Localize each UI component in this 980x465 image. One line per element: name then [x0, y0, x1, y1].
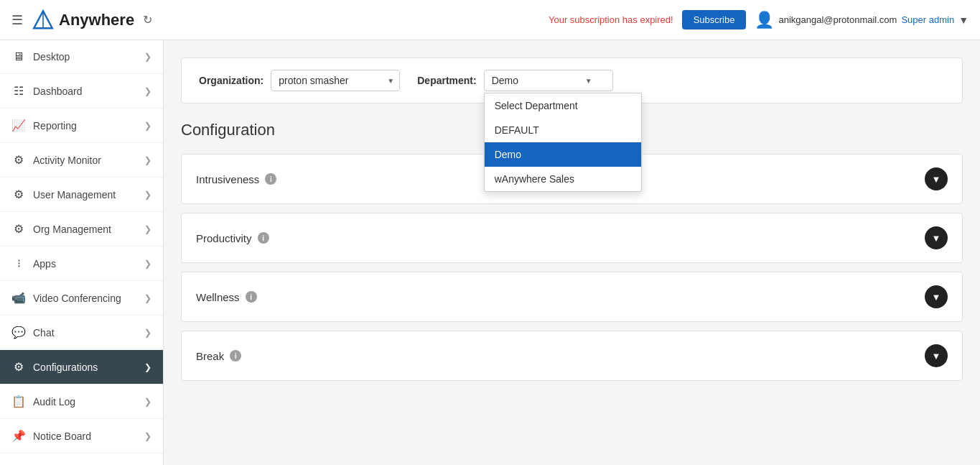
sidebar-label-dashboard: Dashboard [33, 86, 83, 97]
sidebar-label-configurations: Configurations [33, 362, 98, 373]
logo: Anywhere [32, 9, 134, 32]
sidebar-label-chat: Chat [33, 327, 55, 339]
sidebar-label-user-management: User Management [33, 189, 116, 201]
activity-monitor-icon: ⚙ [11, 153, 26, 167]
org-management-icon: ⚙ [11, 222, 26, 236]
sidebar-label-video-conferencing: Video Conferencing [33, 293, 121, 304]
config-card-break[interactable]: Break i ▼ [181, 331, 963, 381]
department-selected-value: Demo [492, 75, 518, 86]
header-right: Your subscription has expired! Subscribe… [549, 10, 969, 29]
sidebar-label-notice-board: Notice Board [33, 431, 91, 442]
account-icon: 👤 [755, 11, 774, 29]
apps-icon: ⁝ [11, 257, 26, 270]
app-name: Anywhere [59, 11, 134, 29]
productivity-label: Productivity [196, 232, 252, 244]
intrusiveness-label: Intrusiveness [196, 173, 259, 185]
subscription-expired-text: Your subscription has expired! [549, 14, 673, 25]
break-label: Break [196, 350, 224, 362]
chevron-icon: ❯ [144, 397, 151, 407]
sidebar-item-configurations[interactable]: ⚙ Configurations ❯ [0, 350, 163, 385]
chevron-icon: ❯ [144, 259, 151, 269]
chevron-icon: ❯ [144, 86, 151, 96]
sidebar-item-notice-board[interactable]: 📌 Notice Board ❯ [0, 419, 163, 454]
department-arrow-icon: ▼ [585, 77, 592, 85]
dept-option-default[interactable]: DEFAULT [485, 118, 641, 142]
sidebar: 🖥 Desktop ❯ ☷ Dashboard ❯ 📈 Reporting ❯ … [0, 40, 164, 465]
chevron-icon: ❯ [144, 328, 151, 338]
logo-icon [32, 9, 55, 32]
wellness-label: Wellness [196, 291, 240, 303]
organization-filter: Organization: proton smasher [199, 70, 400, 91]
sidebar-item-video-conferencing[interactable]: 📹 Video Conferencing ❯ [0, 281, 163, 316]
intrusiveness-expand-button[interactable]: ▼ [925, 167, 948, 190]
intrusiveness-info-icon[interactable]: i [265, 173, 276, 185]
sidebar-item-dashboard[interactable]: ☷ Dashboard ❯ [0, 74, 163, 109]
department-filter: Department: Demo ▼ Select Department DEF… [417, 70, 612, 91]
organization-select[interactable]: proton smasher [271, 70, 400, 91]
productivity-info-icon[interactable]: i [258, 232, 269, 244]
chevron-icon: ❯ [144, 224, 151, 234]
main-content: Organization: proton smasher Department:… [164, 40, 980, 465]
department-label: Department: [417, 75, 476, 86]
sidebar-label-org-management: Org Management [33, 224, 111, 235]
sidebar-item-apps[interactable]: ⁝ Apps ❯ [0, 247, 163, 281]
filters-row: Organization: proton smasher Department:… [181, 57, 963, 103]
config-card-wellness[interactable]: Wellness i ▼ [181, 272, 963, 322]
wellness-expand-button[interactable]: ▼ [925, 285, 948, 308]
sidebar-label-apps: Apps [33, 258, 56, 270]
sidebar-item-reporting[interactable]: 📈 Reporting ❯ [0, 109, 163, 143]
sidebar-label-desktop: Desktop [33, 51, 70, 63]
user-dropdown-arrow[interactable]: ▼ [958, 14, 969, 26]
chevron-icon: ❯ [144, 431, 151, 441]
productivity-expand-button[interactable]: ▼ [925, 226, 948, 249]
department-dropdown: Select Department DEFAULT Demo wAnywhere… [484, 93, 642, 192]
chevron-icon: ❯ [144, 190, 151, 200]
video-conferencing-icon: 📹 [11, 291, 26, 305]
department-dropdown-container: Demo ▼ Select Department DEFAULT Demo wA… [484, 70, 613, 91]
config-card-productivity[interactable]: Productivity i ▼ [181, 213, 963, 263]
sidebar-item-user-management[interactable]: ⚙ User Management ❯ [0, 178, 163, 212]
user-info[interactable]: 👤 anikgangal@protonmail.com Super admin … [755, 11, 969, 29]
dept-option-demo[interactable]: Demo [485, 142, 641, 167]
sidebar-item-chat[interactable]: 💬 Chat ❯ [0, 316, 163, 350]
reporting-icon: 📈 [11, 119, 26, 132]
break-expand-button[interactable]: ▼ [925, 344, 948, 367]
sidebar-label-activity-monitor: Activity Monitor [33, 155, 101, 166]
dashboard-icon: ☷ [11, 84, 26, 98]
sidebar-label-reporting: Reporting [33, 120, 77, 132]
notice-board-icon: 📌 [11, 429, 26, 443]
dept-option-select[interactable]: Select Department [485, 93, 641, 118]
user-email: anikgangal@protonmail.com [778, 14, 897, 25]
sidebar-item-org-management[interactable]: ⚙ Org Management ❯ [0, 212, 163, 247]
chat-icon: 💬 [11, 326, 26, 339]
wellness-info-icon[interactable]: i [246, 291, 257, 303]
sidebar-item-activity-monitor[interactable]: ⚙ Activity Monitor ❯ [0, 143, 163, 178]
sidebar-item-audit-log[interactable]: 📋 Audit Log ❯ [0, 385, 163, 419]
chevron-icon: ❯ [144, 52, 151, 62]
organization-label: Organization: [199, 75, 263, 86]
refresh-icon[interactable]: ↻ [143, 13, 152, 27]
app-header: ☰ Anywhere ↻ Your subscription has expir… [0, 0, 980, 40]
organization-select-wrapper: proton smasher [271, 70, 400, 91]
department-select-button[interactable]: Demo ▼ [484, 70, 613, 91]
desktop-icon: 🖥 [11, 50, 26, 63]
user-management-icon: ⚙ [11, 188, 26, 201]
configurations-icon: ⚙ [11, 360, 26, 374]
sidebar-item-desktop[interactable]: 🖥 Desktop ❯ [0, 40, 163, 74]
sidebar-label-audit-log: Audit Log [33, 396, 75, 408]
main-layout: 🖥 Desktop ❯ ☷ Dashboard ❯ 📈 Reporting ❯ … [0, 40, 980, 465]
break-info-icon[interactable]: i [230, 350, 241, 362]
dept-option-wanywhere[interactable]: wAnywhere Sales [485, 167, 641, 191]
super-admin-badge: Super admin [901, 14, 954, 25]
chevron-icon: ❯ [144, 362, 151, 372]
hamburger-icon[interactable]: ☰ [11, 12, 23, 28]
audit-log-icon: 📋 [11, 395, 26, 408]
chevron-icon: ❯ [144, 155, 151, 165]
chevron-icon: ❯ [144, 293, 151, 303]
subscribe-button[interactable]: Subscribe [682, 10, 747, 29]
chevron-icon: ❯ [144, 121, 151, 131]
header-left: ☰ Anywhere ↻ [11, 9, 152, 32]
